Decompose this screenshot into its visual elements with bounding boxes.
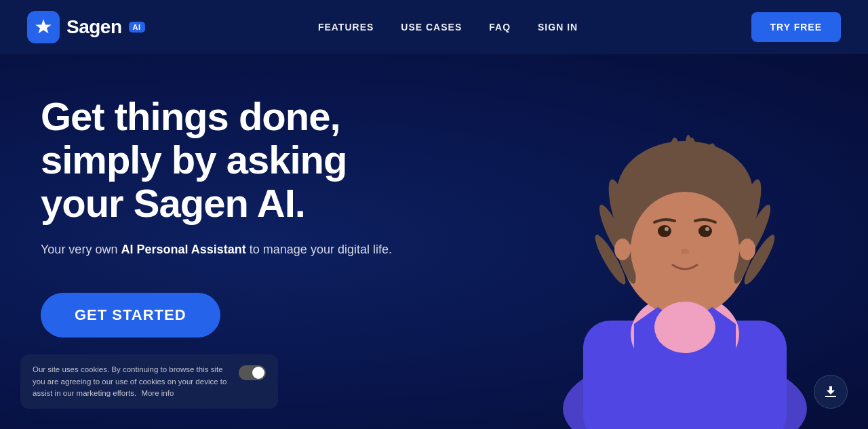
subtitle-bold: AI Personal Assistant <box>121 243 245 256</box>
hero-subtitle: Your very own AI Personal Assistant to m… <box>41 241 434 259</box>
nav-item-signin[interactable]: SIGN IN <box>538 21 578 33</box>
usecases-link[interactable]: USE CASES <box>401 22 462 33</box>
svg-point-24 <box>658 225 671 237</box>
hero-content: Get things done, simply by asking your S… <box>41 95 434 338</box>
signin-link[interactable]: SIGN IN <box>538 22 578 33</box>
nav-links: FEATURES USE CASES FAQ SIGN IN <box>318 21 578 33</box>
logo[interactable]: Sagen AI <box>27 11 145 43</box>
svg-point-27 <box>705 227 709 231</box>
svg-point-29 <box>614 239 631 260</box>
try-free-button[interactable]: TRY FREE <box>751 12 841 42</box>
brand-name: Sagen <box>66 16 122 38</box>
ai-character <box>542 54 827 429</box>
hero-section: Get things done, simply by asking your S… <box>0 54 868 429</box>
navbar: Sagen AI FEATURES USE CASES FAQ SIGN IN … <box>0 0 868 54</box>
nav-item-faq[interactable]: FAQ <box>489 21 511 33</box>
subtitle-rest: to manage your digital life. <box>246 243 392 256</box>
svg-point-28 <box>681 249 689 254</box>
scroll-down-button[interactable] <box>814 375 848 409</box>
features-link[interactable]: FEATURES <box>318 22 374 33</box>
nav-item-features[interactable]: FEATURES <box>318 21 374 33</box>
get-started-button[interactable]: GET STARTED <box>41 293 220 338</box>
star-icon <box>34 18 53 37</box>
svg-point-31 <box>654 302 715 353</box>
faq-link[interactable]: FAQ <box>489 22 511 33</box>
svg-point-21 <box>685 135 692 165</box>
ai-badge: AI <box>129 22 145 33</box>
svg-point-25 <box>698 225 712 237</box>
logo-icon <box>27 11 60 43</box>
cookie-message: Our site uses cookies. By continuing to … <box>33 365 226 397</box>
nav-item-usecases[interactable]: USE CASES <box>401 21 462 33</box>
subtitle-plain: Your very own <box>41 243 121 256</box>
svg-point-30 <box>739 239 755 260</box>
download-icon <box>823 384 839 400</box>
cookie-toggle[interactable] <box>239 365 266 380</box>
hero-title: Get things done, simply by asking your S… <box>41 95 434 224</box>
svg-point-26 <box>665 227 669 231</box>
cookie-banner: Our site uses cookies. By continuing to … <box>20 354 278 409</box>
cookie-more-info[interactable]: More info <box>141 389 174 397</box>
cookie-text: Our site uses cookies. By continuing to … <box>33 364 231 399</box>
